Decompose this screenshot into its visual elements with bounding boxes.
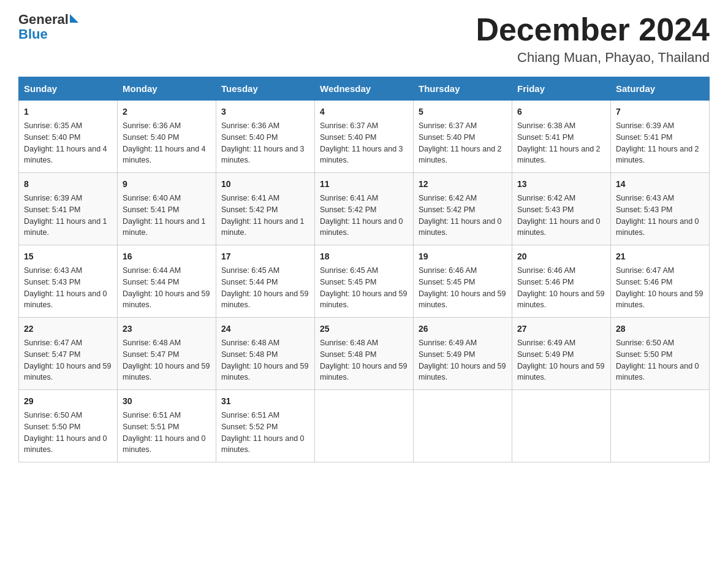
table-row: 3 Sunrise: 6:36 AMSunset: 5:40 PMDayligh… xyxy=(216,101,315,173)
table-row xyxy=(414,390,512,462)
table-row: 2 Sunrise: 6:36 AMSunset: 5:40 PMDayligh… xyxy=(118,101,216,173)
day-info: Sunrise: 6:36 AMSunset: 5:40 PMDaylight:… xyxy=(221,121,305,164)
day-number: 31 xyxy=(221,395,309,408)
day-info: Sunrise: 6:40 AMSunset: 5:41 PMDaylight:… xyxy=(123,194,206,237)
day-info: Sunrise: 6:42 AMSunset: 5:43 PMDaylight:… xyxy=(517,194,601,237)
day-info: Sunrise: 6:38 AMSunset: 5:41 PMDaylight:… xyxy=(517,121,601,164)
table-row: 11 Sunrise: 6:41 AMSunset: 5:42 PMDaylig… xyxy=(315,173,414,245)
day-number: 29 xyxy=(24,395,112,408)
title-block: December 2024 Chiang Muan, Phayao, Thail… xyxy=(476,12,710,66)
day-info: Sunrise: 6:46 AMSunset: 5:46 PMDaylight:… xyxy=(517,266,604,309)
month-title: December 2024 xyxy=(476,12,710,47)
day-info: Sunrise: 6:39 AMSunset: 5:41 PMDaylight:… xyxy=(616,121,699,164)
table-row: 18 Sunrise: 6:45 AMSunset: 5:45 PMDaylig… xyxy=(315,245,414,318)
location-subtitle: Chiang Muan, Phayao, Thailand xyxy=(476,50,710,66)
day-number: 3 xyxy=(221,105,309,118)
day-info: Sunrise: 6:45 AMSunset: 5:44 PMDaylight:… xyxy=(221,266,308,309)
table-row: 9 Sunrise: 6:40 AMSunset: 5:41 PMDayligh… xyxy=(118,173,216,245)
day-number: 15 xyxy=(24,250,112,263)
day-number: 9 xyxy=(123,178,211,191)
table-row: 12 Sunrise: 6:42 AMSunset: 5:42 PMDaylig… xyxy=(414,173,512,245)
day-info: Sunrise: 6:45 AMSunset: 5:45 PMDaylight:… xyxy=(320,266,407,309)
table-row: 14 Sunrise: 6:43 AMSunset: 5:43 PMDaylig… xyxy=(611,173,710,245)
day-info: Sunrise: 6:39 AMSunset: 5:41 PMDaylight:… xyxy=(24,194,107,237)
day-number: 23 xyxy=(123,323,211,335)
day-number: 12 xyxy=(419,178,507,191)
day-number: 4 xyxy=(320,105,408,118)
table-row: 19 Sunrise: 6:46 AMSunset: 5:45 PMDaylig… xyxy=(414,245,512,318)
day-number: 28 xyxy=(616,323,704,335)
logo-triangle-icon xyxy=(70,14,78,23)
table-row: 13 Sunrise: 6:42 AMSunset: 5:43 PMDaylig… xyxy=(512,173,611,245)
day-info: Sunrise: 6:43 AMSunset: 5:43 PMDaylight:… xyxy=(616,194,699,237)
col-tuesday: Tuesday xyxy=(216,77,315,101)
logo-general: General xyxy=(18,12,69,27)
day-info: Sunrise: 6:35 AMSunset: 5:40 PMDaylight:… xyxy=(24,121,107,164)
logo: General Blue xyxy=(18,12,78,42)
col-friday: Friday xyxy=(512,77,611,101)
day-number: 10 xyxy=(221,178,309,191)
day-number: 20 xyxy=(517,250,605,263)
table-row: 30 Sunrise: 6:51 AMSunset: 5:51 PMDaylig… xyxy=(118,390,216,462)
day-number: 26 xyxy=(419,323,507,335)
day-info: Sunrise: 6:48 AMSunset: 5:48 PMDaylight:… xyxy=(221,339,308,381)
day-number: 27 xyxy=(517,323,605,335)
table-row: 17 Sunrise: 6:45 AMSunset: 5:44 PMDaylig… xyxy=(216,245,315,318)
header-row: Sunday Monday Tuesday Wednesday Thursday… xyxy=(19,77,710,101)
table-row xyxy=(512,390,611,462)
day-number: 25 xyxy=(320,323,408,335)
day-info: Sunrise: 6:48 AMSunset: 5:48 PMDaylight:… xyxy=(320,339,407,381)
table-row: 15 Sunrise: 6:43 AMSunset: 5:43 PMDaylig… xyxy=(19,245,118,318)
table-row xyxy=(315,390,414,462)
day-info: Sunrise: 6:37 AMSunset: 5:40 PMDaylight:… xyxy=(419,121,502,164)
calendar-week-row: 8 Sunrise: 6:39 AMSunset: 5:41 PMDayligh… xyxy=(19,173,710,245)
table-row: 10 Sunrise: 6:41 AMSunset: 5:42 PMDaylig… xyxy=(216,173,315,245)
table-row xyxy=(611,390,710,462)
col-sunday: Sunday xyxy=(19,77,118,101)
day-info: Sunrise: 6:49 AMSunset: 5:49 PMDaylight:… xyxy=(419,339,506,381)
day-info: Sunrise: 6:43 AMSunset: 5:43 PMDaylight:… xyxy=(24,266,107,309)
table-row: 31 Sunrise: 6:51 AMSunset: 5:52 PMDaylig… xyxy=(216,390,315,462)
table-row: 25 Sunrise: 6:48 AMSunset: 5:48 PMDaylig… xyxy=(315,318,414,390)
day-number: 16 xyxy=(123,250,211,263)
page-header: General Blue December 2024 Chiang Muan, … xyxy=(18,12,710,66)
calendar-week-row: 1 Sunrise: 6:35 AMSunset: 5:40 PMDayligh… xyxy=(19,101,710,173)
table-row: 5 Sunrise: 6:37 AMSunset: 5:40 PMDayligh… xyxy=(414,101,512,173)
table-row: 23 Sunrise: 6:48 AMSunset: 5:47 PMDaylig… xyxy=(118,318,216,390)
calendar-week-row: 22 Sunrise: 6:47 AMSunset: 5:47 PMDaylig… xyxy=(19,318,710,390)
col-monday: Monday xyxy=(118,77,216,101)
calendar-week-row: 15 Sunrise: 6:43 AMSunset: 5:43 PMDaylig… xyxy=(19,245,710,318)
calendar-week-row: 29 Sunrise: 6:50 AMSunset: 5:50 PMDaylig… xyxy=(19,390,710,462)
day-info: Sunrise: 6:46 AMSunset: 5:45 PMDaylight:… xyxy=(419,266,506,309)
day-info: Sunrise: 6:41 AMSunset: 5:42 PMDaylight:… xyxy=(221,194,305,237)
table-row: 28 Sunrise: 6:50 AMSunset: 5:50 PMDaylig… xyxy=(611,318,710,390)
table-row: 16 Sunrise: 6:44 AMSunset: 5:44 PMDaylig… xyxy=(118,245,216,318)
table-row: 6 Sunrise: 6:38 AMSunset: 5:41 PMDayligh… xyxy=(512,101,611,173)
day-info: Sunrise: 6:49 AMSunset: 5:49 PMDaylight:… xyxy=(517,339,604,381)
day-number: 5 xyxy=(419,105,507,118)
day-info: Sunrise: 6:47 AMSunset: 5:47 PMDaylight:… xyxy=(24,339,111,381)
table-row: 22 Sunrise: 6:47 AMSunset: 5:47 PMDaylig… xyxy=(19,318,118,390)
day-info: Sunrise: 6:37 AMSunset: 5:40 PMDaylight:… xyxy=(320,121,403,164)
day-info: Sunrise: 6:42 AMSunset: 5:42 PMDaylight:… xyxy=(419,194,502,237)
day-info: Sunrise: 6:47 AMSunset: 5:46 PMDaylight:… xyxy=(616,266,703,309)
table-row: 29 Sunrise: 6:50 AMSunset: 5:50 PMDaylig… xyxy=(19,390,118,462)
day-number: 24 xyxy=(221,323,309,335)
day-number: 30 xyxy=(123,395,211,408)
logo-blue: Blue xyxy=(18,26,48,42)
day-info: Sunrise: 6:36 AMSunset: 5:40 PMDaylight:… xyxy=(123,121,206,164)
day-info: Sunrise: 6:44 AMSunset: 5:44 PMDaylight:… xyxy=(123,266,210,309)
day-number: 18 xyxy=(320,250,408,263)
day-number: 14 xyxy=(616,178,704,191)
day-number: 17 xyxy=(221,250,309,263)
day-number: 8 xyxy=(24,178,112,191)
day-number: 21 xyxy=(616,250,704,263)
day-number: 19 xyxy=(419,250,507,263)
day-info: Sunrise: 6:50 AMSunset: 5:50 PMDaylight:… xyxy=(24,411,107,454)
day-number: 2 xyxy=(123,105,211,118)
col-thursday: Thursday xyxy=(414,77,512,101)
table-row: 4 Sunrise: 6:37 AMSunset: 5:40 PMDayligh… xyxy=(315,101,414,173)
day-info: Sunrise: 6:51 AMSunset: 5:51 PMDaylight:… xyxy=(123,411,206,454)
table-row: 24 Sunrise: 6:48 AMSunset: 5:48 PMDaylig… xyxy=(216,318,315,390)
table-row: 26 Sunrise: 6:49 AMSunset: 5:49 PMDaylig… xyxy=(414,318,512,390)
